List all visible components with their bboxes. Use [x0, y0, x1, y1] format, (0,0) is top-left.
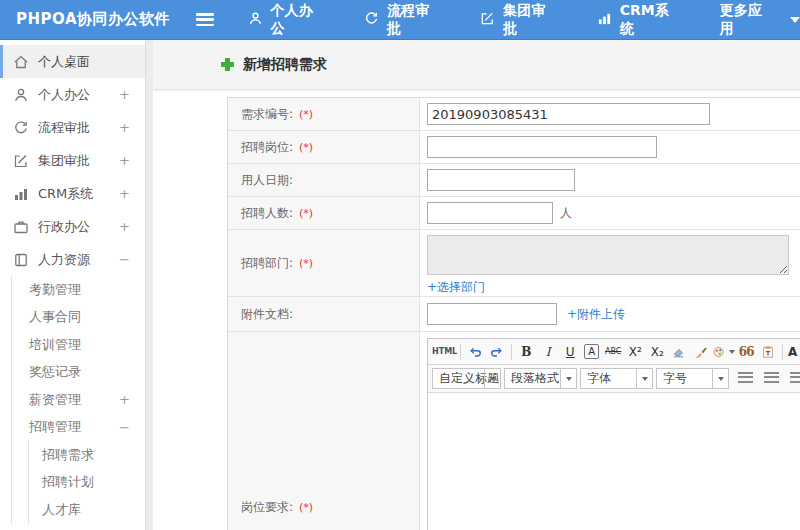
html-source-button[interactable]: HTML — [432, 342, 457, 362]
nav-label: 个人办公 — [271, 2, 324, 38]
nav-label: CRM系统 — [620, 2, 680, 38]
expand-toggle[interactable]: + — [119, 87, 145, 102]
sidebar-item-rewards-records[interactable]: 奖惩记录 — [12, 359, 145, 387]
sidebar-item-admin-office[interactable]: 行政办公 + — [0, 210, 145, 243]
expand-toggle[interactable]: − — [119, 252, 145, 267]
sidebar-item-label: 招聘计划 — [42, 473, 145, 491]
field-label: 招聘人数: — [241, 205, 293, 222]
sidebar-item-hr-contracts[interactable]: 人事合同 — [12, 304, 145, 332]
form-row-headcount: 招聘人数: (*) 人 — [228, 197, 800, 230]
nav-label: 集团审批 — [503, 2, 556, 38]
hiring-date-input[interactable] — [427, 169, 575, 191]
chart-icon — [597, 11, 620, 29]
redo-icon[interactable] — [486, 342, 508, 362]
form-row-attachment: 附件文档: +附件上传 — [228, 297, 800, 332]
sidebar-item-attendance-management[interactable]: 考勤管理 — [12, 276, 145, 304]
sidebar-item-recruitment-management[interactable]: 招聘管理 − — [12, 414, 145, 442]
expand-toggle[interactable]: + — [119, 153, 145, 168]
nav-crm-system[interactable]: CRM系统 — [597, 2, 680, 38]
sidebar-item-label: 流程审批 — [38, 119, 119, 137]
chart-icon — [13, 186, 29, 202]
nav-group-approval[interactable]: 集团审批 — [480, 2, 556, 38]
attachment-input[interactable] — [427, 303, 557, 325]
nav-label: 流程审批 — [387, 2, 440, 38]
editor-toolbar-row1: HTML — [428, 339, 800, 365]
eraser-icon[interactable] — [668, 342, 690, 362]
sidebar-item-personal-desktop[interactable]: 个人桌面 — [0, 45, 145, 78]
hamburger-menu-icon[interactable] — [196, 13, 214, 26]
user-icon — [248, 11, 271, 29]
format-brush-icon[interactable] — [690, 342, 712, 362]
expand-toggle[interactable]: + — [119, 392, 145, 407]
select-department-link[interactable]: +选择部门 — [427, 279, 485, 296]
blockquote-button[interactable]: 66 — [735, 342, 757, 362]
sidebar-item-workflow-approval[interactable]: 流程审批 + — [0, 111, 145, 144]
sidebar-item-group-approval[interactable]: 集团审批 + — [0, 144, 145, 177]
sidebar-item-recruitment-demand[interactable]: 招聘需求 — [29, 441, 145, 469]
sidebar-item-recruitment-plan[interactable]: 招聘计划 — [29, 469, 145, 497]
paragraph-format-select[interactable]: 段落格式 — [504, 368, 577, 389]
nav-label: 更多应用 — [720, 2, 774, 38]
field-label: 招聘岗位: — [241, 139, 293, 156]
subscript-button[interactable]: X₂ — [646, 342, 668, 362]
required-mark: (*) — [299, 257, 313, 270]
required-mark: (*) — [299, 501, 313, 514]
required-mark: (*) — [299, 108, 313, 121]
unit-suffix: 人 — [560, 205, 572, 222]
app-logo: PHPOA协同办公软件 — [0, 10, 196, 29]
font-color-button[interactable]: A — [786, 342, 800, 362]
caret-down-icon — [636, 369, 652, 388]
attachment-upload-link[interactable]: +附件上传 — [567, 306, 625, 323]
custom-title-select[interactable]: 自定义标题 — [432, 368, 501, 389]
sidebar-item-label: 培训管理 — [29, 336, 119, 354]
sidebar: 个人桌面 个人办公 + 流程审批 + — [0, 40, 146, 530]
sidebar-item-label: 招聘需求 — [42, 446, 145, 464]
caret-down-icon[interactable] — [790, 17, 800, 23]
sidebar-item-talent-pool[interactable]: 人才库 — [29, 496, 145, 524]
undo-icon[interactable] — [464, 342, 486, 362]
page-title-bar: 新增招聘需求 — [153, 40, 800, 90]
recruitment-submenu: 招聘需求 招聘计划 人才库 — [28, 441, 145, 524]
form-row-recruitment-position: 招聘岗位: (*) — [228, 131, 800, 164]
sidebar-item-label: 人力资源 — [38, 251, 119, 269]
superscript-button[interactable]: X² — [624, 342, 646, 362]
recruitment-position-input[interactable] — [427, 136, 657, 158]
bold-button[interactable]: B — [515, 342, 537, 362]
underline-button[interactable]: U — [559, 342, 581, 362]
sidebar-item-personal-office[interactable]: 个人办公 + — [0, 78, 145, 111]
field-label: 岗位要求: — [241, 499, 293, 516]
recruiting-department-textarea[interactable] — [427, 235, 789, 275]
user-icon — [13, 87, 29, 103]
expand-toggle[interactable]: + — [119, 219, 145, 234]
paste-icon[interactable] — [757, 342, 779, 362]
color-palette-icon[interactable] — [712, 342, 735, 362]
sidebar-item-human-resources[interactable]: 人力资源 − — [0, 243, 145, 276]
nav-personal-office[interactable]: 个人办公 — [248, 2, 324, 38]
edit-icon — [480, 11, 503, 29]
nav-more-apps[interactable]: 更多应用 — [720, 2, 774, 38]
strikethrough-button[interactable]: ABC — [602, 342, 624, 362]
italic-button[interactable]: I — [537, 342, 559, 362]
sidebar-item-label: 个人办公 — [38, 86, 119, 104]
font-family-select[interactable]: 字体 — [580, 368, 653, 389]
demand-number-input[interactable] — [427, 103, 710, 125]
align-right-icon[interactable] — [790, 372, 800, 385]
sidebar-item-label: 行政办公 — [38, 218, 119, 236]
editor-content-area[interactable] — [428, 393, 800, 530]
font-size-select[interactable]: 字号 — [656, 368, 729, 389]
expand-toggle[interactable]: + — [119, 186, 145, 201]
sidebar-item-salary-management[interactable]: 薪资管理 + — [12, 386, 145, 414]
caret-down-icon — [560, 369, 576, 388]
align-center-icon[interactable] — [764, 372, 779, 385]
align-left-icon[interactable] — [738, 372, 753, 385]
sidebar-item-crm-system[interactable]: CRM系统 + — [0, 177, 145, 210]
expand-toggle[interactable]: − — [119, 420, 145, 435]
process-icon — [364, 11, 387, 29]
sidebar-item-training-management[interactable]: 培训管理 — [12, 331, 145, 359]
expand-toggle[interactable]: + — [119, 120, 145, 135]
headcount-input[interactable] — [427, 202, 553, 224]
font-border-button[interactable]: A — [584, 344, 599, 359]
field-label: 附件文档: — [241, 306, 293, 323]
sidebar-item-label: 人才库 — [42, 501, 145, 519]
nav-workflow-approval[interactable]: 流程审批 — [364, 2, 440, 38]
